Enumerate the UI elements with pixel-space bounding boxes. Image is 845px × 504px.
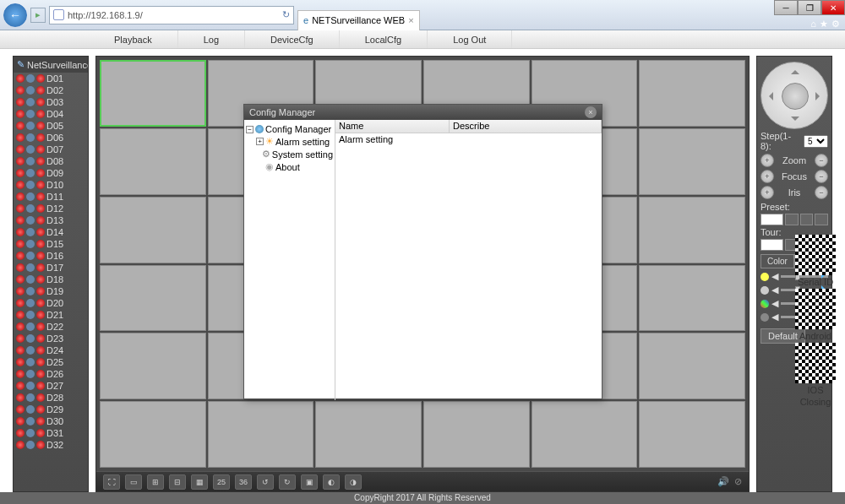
ptz-center-button[interactable] — [782, 83, 809, 110]
maximize-button[interactable]: ❐ — [798, 0, 821, 15]
video-cell[interactable] — [100, 265, 206, 332]
tree-alarm[interactable]: +☀Alarm setting — [256, 135, 333, 148]
preset-remove-button[interactable] — [815, 214, 828, 225]
channel-item[interactable]: D20 — [14, 297, 88, 309]
video-cell[interactable] — [639, 265, 745, 332]
channel-item[interactable]: D15 — [14, 238, 88, 250]
toolbar-button-1[interactable]: ▭ — [125, 474, 142, 490]
tree-system[interactable]: ⚙System setting — [256, 148, 333, 160]
collapse-icon[interactable]: − — [246, 126, 254, 133]
tab-close-icon[interactable]: × — [408, 15, 413, 25]
iris-minus-button[interactable]: − — [815, 186, 828, 199]
refresh-icon[interactable]: ↻ — [282, 9, 290, 20]
video-cell[interactable] — [532, 401, 638, 468]
video-cell[interactable] — [423, 401, 530, 468]
channel-item[interactable]: D08 — [14, 155, 88, 167]
iris-plus-button[interactable]: + — [760, 186, 774, 199]
video-cell[interactable] — [639, 197, 745, 263]
ptz-up-icon[interactable] — [791, 66, 799, 74]
arrow-left-icon[interactable]: ◀ — [771, 312, 778, 322]
dialog-titlebar[interactable]: Config Manager × — [244, 105, 602, 120]
menu-playback[interactable]: Playback — [89, 30, 178, 48]
arrow-left-icon[interactable]: ◀ — [771, 271, 778, 282]
preset-left-button[interactable] — [785, 214, 799, 225]
toolbar-button-11[interactable]: ◑ — [345, 474, 362, 490]
toolbar-button-3[interactable]: ⊟ — [169, 474, 186, 490]
channel-item[interactable]: D21 — [14, 309, 88, 321]
channel-item[interactable]: D12 — [14, 203, 88, 214]
video-cell[interactable] — [639, 333, 745, 399]
video-cell[interactable] — [100, 197, 206, 263]
channel-item[interactable]: D14 — [14, 226, 88, 238]
focus-plus-button[interactable]: + — [760, 170, 774, 183]
toolbar-button-2[interactable]: ⊞ — [147, 474, 164, 490]
star-icon[interactable]: ★ — [820, 19, 828, 30]
toolbar-button-7[interactable]: ↺ — [257, 474, 274, 490]
ptz-right-icon[interactable] — [815, 92, 824, 100]
channel-item[interactable]: D11 — [14, 191, 88, 203]
volume-icon[interactable]: 🔊 — [717, 476, 729, 487]
dialog-close-button[interactable]: × — [585, 106, 597, 118]
tour-input[interactable] — [760, 239, 783, 251]
channel-item[interactable]: D09 — [14, 167, 88, 179]
arrow-left-icon[interactable]: ◀ — [771, 298, 778, 309]
channel-item[interactable]: D22 — [14, 321, 88, 333]
channel-item[interactable]: D25 — [14, 356, 88, 368]
column-describe[interactable]: Describe — [450, 120, 602, 133]
menu-devicecfg[interactable]: DeviceCfg — [245, 30, 340, 48]
mute-icon[interactable]: ⊘ — [734, 476, 742, 487]
preset-input[interactable] — [760, 214, 783, 225]
ptz-left-icon[interactable] — [765, 92, 773, 100]
toolbar-button-5[interactable]: 25 — [213, 474, 230, 490]
channel-item[interactable]: D03 — [14, 96, 88, 108]
ptz-joystick[interactable] — [760, 62, 828, 129]
toolbar-button-4[interactable]: ▦ — [191, 474, 208, 490]
video-cell[interactable] — [315, 401, 422, 468]
zoom-minus-button[interactable]: − — [815, 154, 828, 167]
arrow-left-icon[interactable]: ◀ — [771, 285, 778, 295]
minimize-button[interactable]: ─ — [774, 0, 798, 15]
home-icon[interactable]: ⌂ — [810, 19, 816, 30]
channel-item[interactable]: D27 — [14, 380, 88, 392]
video-cell[interactable] — [100, 128, 206, 195]
tree-about[interactable]: ◉About — [256, 160, 333, 173]
channel-item[interactable]: D01 — [14, 73, 88, 84]
column-name[interactable]: Name — [335, 120, 450, 133]
channel-item[interactable]: D19 — [14, 285, 88, 297]
tree-root[interactable]: −Config Manager — [246, 123, 333, 135]
video-cell[interactable] — [639, 401, 745, 468]
toolbar-button-8[interactable]: ↻ — [279, 474, 296, 490]
forward-button[interactable]: ▸ — [30, 8, 46, 23]
back-button[interactable]: ← — [3, 3, 27, 27]
video-cell[interactable] — [208, 401, 314, 468]
channel-item[interactable]: D06 — [14, 132, 88, 144]
channel-item[interactable]: D16 — [14, 250, 88, 262]
video-cell[interactable] — [100, 333, 206, 399]
channel-item[interactable]: D13 — [14, 214, 88, 226]
channel-item[interactable]: D05 — [14, 120, 88, 132]
channel-item[interactable]: D02 — [14, 84, 88, 96]
channel-item[interactable]: D31 — [14, 427, 88, 439]
channel-item[interactable]: D30 — [14, 415, 88, 427]
url-input[interactable] — [68, 10, 279, 20]
channel-item[interactable]: D28 — [14, 392, 88, 404]
channel-item[interactable]: D24 — [14, 344, 88, 356]
gear-icon[interactable]: ⚙ — [831, 19, 840, 30]
channel-item[interactable]: D07 — [14, 144, 88, 155]
ptz-down-icon[interactable] — [791, 117, 799, 125]
tab-color[interactable]: Color — [760, 254, 794, 268]
url-bar[interactable]: ↻ — [49, 6, 294, 24]
toolbar-button-10[interactable]: ◐ — [323, 474, 340, 490]
step-select[interactable]: 5 — [804, 135, 828, 148]
video-cell[interactable] — [100, 401, 206, 468]
channel-item[interactable]: D18 — [14, 274, 88, 285]
toolbar-button-9[interactable]: ▣ — [301, 474, 318, 490]
expand-icon[interactable]: + — [256, 138, 264, 145]
menu-logout[interactable]: Log Out — [428, 30, 512, 48]
video-cell[interactable] — [100, 60, 206, 127]
toolbar-button-0[interactable]: ⛶ — [103, 474, 120, 490]
close-button[interactable]: ✕ — [821, 0, 845, 15]
focus-minus-button[interactable]: − — [815, 170, 828, 183]
list-row[interactable]: Alarm setting — [335, 133, 602, 145]
channel-item[interactable]: D26 — [14, 368, 88, 380]
